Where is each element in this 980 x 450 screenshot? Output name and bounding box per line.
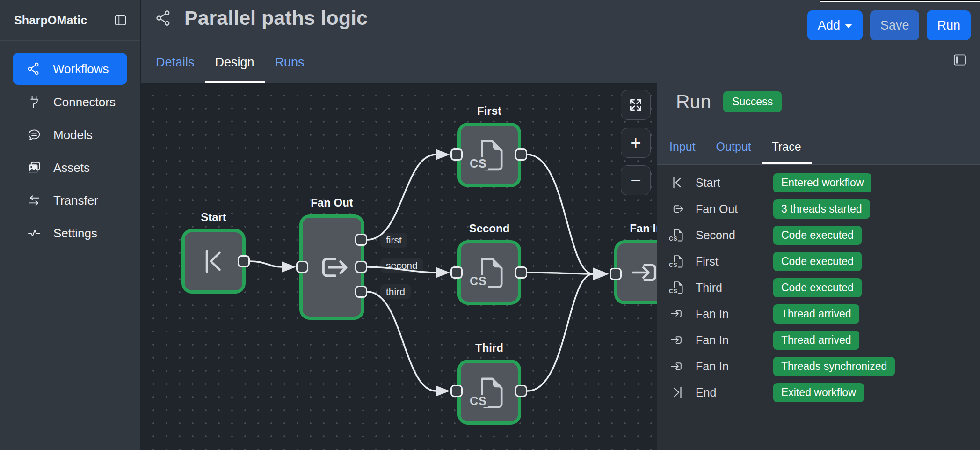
sidebar-toggle-icon[interactable] [113, 13, 128, 28]
start-icon [200, 247, 228, 275]
sidebar-item-models[interactable]: Models [0, 118, 140, 151]
run-panel-title: Run [676, 91, 711, 113]
arrowhead [282, 262, 296, 273]
cs-file-icon: CS [670, 228, 684, 242]
trace-status-badge: Code executed [773, 226, 862, 245]
port-fanout-second[interactable] [355, 261, 367, 273]
trace-node-name: Second [696, 229, 773, 242]
trace-status-badge: Code executed [773, 278, 862, 297]
add-button[interactable]: Add [807, 10, 863, 40]
arrowhead [593, 268, 609, 280]
edge-fanout-second [367, 267, 436, 273]
sidebar-item-label: Models [53, 128, 93, 142]
run-button-label: Run [937, 18, 960, 33]
node-second[interactable]: CS [457, 240, 521, 305]
edge-start-fanout [250, 261, 282, 267]
sidebar-nav: Workflows Connectors Models Assets Trans… [0, 41, 140, 250]
port-third-in[interactable] [450, 385, 463, 397]
run-panel: Run Success Input Output Trace Start Ent… [657, 83, 980, 450]
box-arrow-in-icon [670, 307, 684, 321]
port-second-in[interactable] [450, 266, 463, 279]
app-name: SharpOMatic [14, 14, 87, 27]
end-icon [670, 385, 684, 399]
node-label-second: Second [457, 222, 521, 235]
node-label-fan-in: Fan In [614, 222, 657, 235]
port-second-out[interactable] [515, 266, 527, 279]
edge-first-fanin [527, 155, 593, 274]
box-arrow-in-icon [670, 359, 684, 373]
trace-node-name: Fan Out [696, 202, 773, 216]
trace-node-name: First [696, 255, 773, 268]
run-panel-header: Run Success Input Output Trace [657, 83, 980, 165]
fullscreen-icon [629, 98, 643, 112]
zoom-out-button[interactable]: − [621, 165, 651, 195]
header-tabs: Details Design Runs [145, 55, 315, 83]
port-third-out[interactable] [515, 385, 527, 397]
tab-design[interactable]: Design [205, 55, 265, 83]
cs-label: CS [469, 275, 488, 288]
port-fanin-in[interactable] [610, 268, 622, 280]
port-start-out[interactable] [238, 255, 250, 267]
trace-status-badge: Exited workflow [773, 383, 864, 402]
port-fanout-first[interactable] [355, 234, 367, 246]
share-nodes-icon [155, 9, 172, 27]
trace-row[interactable]: CS Third Code executed [657, 274, 980, 301]
tab-details[interactable]: Details [145, 55, 205, 83]
trace-row[interactable]: CS Second Code executed [657, 222, 980, 248]
arrowhead [436, 267, 450, 278]
sidebar-item-assets[interactable]: Assets [0, 151, 140, 184]
sidebar-item-connectors[interactable]: Connectors [0, 86, 140, 118]
transfer-icon [27, 193, 41, 207]
port-fanout-in[interactable] [296, 261, 308, 273]
port-first-out[interactable] [515, 148, 527, 161]
sidebar-item-settings[interactable]: Settings [0, 217, 140, 250]
plug-icon [27, 95, 41, 109]
cs-file-icon: CS [472, 375, 507, 410]
sidebar-item-label: Connectors [53, 95, 116, 110]
tab-input[interactable]: Input [659, 140, 706, 164]
node-start[interactable] [181, 229, 246, 294]
sidebar-item-label: Workflows [53, 62, 109, 76]
port-fanout-third[interactable] [355, 286, 367, 298]
main-header: Parallel paths logic Add Save Run Detail… [141, 0, 980, 83]
node-label-third: Third [457, 341, 521, 354]
sidebar-item-transfer[interactable]: Transfer [0, 184, 140, 217]
sidebar-item-label: Assets [53, 161, 90, 175]
tab-trace[interactable]: Trace [762, 140, 812, 164]
port-first-in[interactable] [450, 148, 463, 161]
right-panel-toggle-icon[interactable] [952, 52, 968, 68]
trace-row[interactable]: Fan In Thread arrived [657, 327, 980, 353]
cs-file-icon: CS [670, 254, 684, 268]
tab-runs[interactable]: Runs [265, 55, 315, 83]
chat-icon [27, 128, 41, 142]
trace-row[interactable]: CS First Code executed [657, 248, 980, 274]
cs-label: CS [668, 262, 678, 268]
run-panel-tabs: Input Output Trace [659, 140, 812, 164]
trace-row[interactable]: End Exited workflow [657, 379, 980, 406]
title-row: Parallel paths logic [155, 7, 368, 30]
workflow-canvas[interactable]: first second third Start Fan Out First S… [141, 83, 657, 450]
edge-fanout-first [367, 155, 436, 240]
node-third[interactable]: CS [457, 360, 521, 425]
trace-row[interactable]: Fan In Threads synchronized [657, 353, 980, 379]
trace-row[interactable]: Fan In Thread arrived [657, 301, 980, 327]
box-arrow-in-icon [630, 256, 658, 289]
trace-row[interactable]: Start Entered workflow [657, 170, 980, 196]
node-first[interactable]: CS [457, 123, 521, 187]
run-button[interactable]: Run [927, 10, 971, 40]
save-button[interactable]: Save [870, 10, 920, 40]
cs-file-icon: CS [472, 255, 507, 290]
trace-node-name: Third [696, 281, 773, 295]
run-status-badge: Success [723, 91, 782, 112]
zoom-in-button[interactable]: + [621, 128, 651, 158]
box-arrow-right-icon [670, 202, 684, 216]
tab-output[interactable]: Output [706, 140, 762, 164]
edge-third-fanin [527, 274, 593, 391]
trace-row[interactable]: Fan Out 3 threads started [657, 196, 980, 222]
edge-fanout-third [367, 292, 436, 391]
sidebar-item-workflows[interactable]: Workflows [13, 53, 127, 85]
fit-view-button[interactable] [621, 90, 651, 120]
trace-status-badge: Thread arrived [773, 304, 859, 324]
arrowhead [436, 149, 450, 160]
trace-node-name: Start [696, 176, 773, 190]
